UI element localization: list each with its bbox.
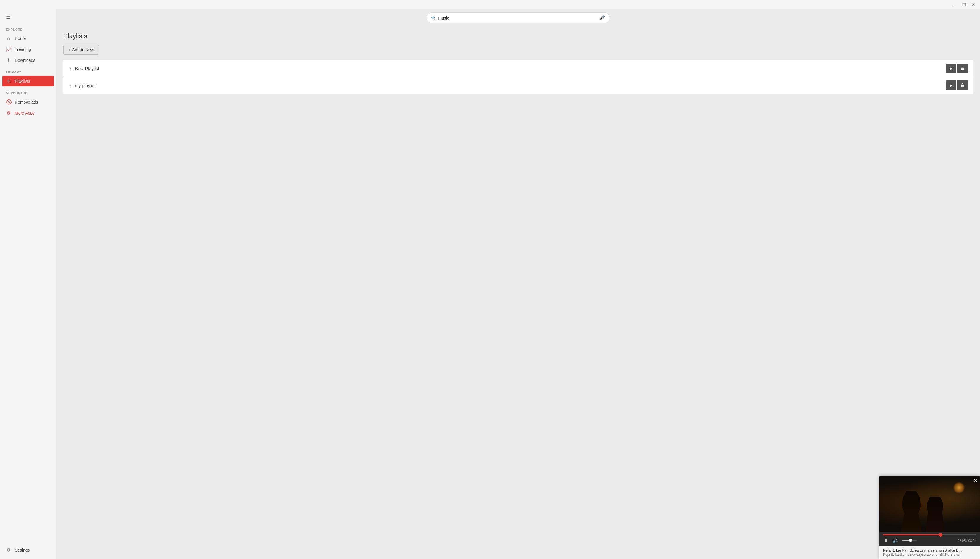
settings-label: Settings bbox=[15, 548, 30, 552]
sidebar-item-playlists[interactable]: ≡ Playlists bbox=[2, 76, 54, 86]
playlist-name-2: my playlist bbox=[75, 83, 946, 88]
minimize-button[interactable]: ─ bbox=[950, 1, 959, 9]
page-content: Playlists + Create New › Best Playlist ▶… bbox=[56, 26, 980, 559]
search-icon: 🔍 bbox=[431, 16, 436, 20]
playlist-actions-1: ▶ 🗑 bbox=[946, 64, 968, 73]
progress-bar[interactable] bbox=[883, 534, 977, 535]
playlist-play-button-2[interactable]: ▶ bbox=[946, 81, 956, 90]
downloads-icon: ⬇ bbox=[6, 58, 11, 63]
video-controls: ⏸ 🔊 02:05 / 03:24 bbox=[879, 533, 980, 546]
remove-ads-icon: 🚫 bbox=[6, 99, 11, 105]
sidebar-top: ☰ bbox=[0, 10, 56, 23]
support-section-label: SUPPORT US bbox=[0, 86, 56, 96]
close-button[interactable]: ✕ bbox=[969, 1, 978, 9]
time-total: 03:24 bbox=[968, 539, 977, 542]
restore-button[interactable]: ❐ bbox=[960, 1, 968, 9]
search-bar-container: 🔍 🎤 bbox=[56, 10, 980, 26]
playlist-play-button-1[interactable]: ▶ bbox=[946, 64, 956, 73]
playlist-name-1: Best Playlist bbox=[75, 66, 946, 71]
sidebar-item-home[interactable]: ⌂ Home bbox=[0, 33, 56, 44]
search-input[interactable] bbox=[438, 16, 596, 20]
progress-dot bbox=[939, 533, 942, 536]
library-section-label: LIBRARY bbox=[0, 66, 56, 76]
play-pause-button[interactable]: ⏸ bbox=[883, 538, 889, 544]
create-new-button[interactable]: + Create New bbox=[63, 45, 99, 55]
main-content: 🔍 🎤 Playlists + Create New › Best Playli… bbox=[56, 10, 980, 559]
playlists-label: Playlists bbox=[15, 79, 30, 83]
warm-light bbox=[953, 482, 965, 494]
volume-button[interactable]: 🔊 bbox=[892, 537, 899, 544]
video-info: Peja ft. kartky - dziewczyna ze snu (Bra… bbox=[879, 546, 980, 559]
playlists-icon: ≡ bbox=[6, 78, 11, 84]
trending-label: Trending bbox=[15, 47, 31, 52]
trending-icon: 📈 bbox=[6, 46, 11, 52]
sidebar: ☰ EXPLORE ⌂ Home 📈 Trending ⬇ Downloads … bbox=[0, 10, 56, 559]
playlist-delete-button-2[interactable]: 🗑 bbox=[957, 81, 968, 90]
video-close-button[interactable]: ✕ bbox=[973, 478, 978, 483]
playlist-row: › Best Playlist ▶ 🗑 bbox=[63, 60, 973, 77]
progress-bar-fill bbox=[883, 534, 941, 535]
volume-dot bbox=[909, 539, 912, 542]
video-thumbnail bbox=[879, 476, 980, 533]
search-bar: 🔍 🎤 bbox=[427, 12, 610, 23]
more-apps-icon: ⚙ bbox=[6, 110, 11, 116]
playlist-actions-2: ▶ 🗑 bbox=[946, 81, 968, 90]
playlist-expand-button-1[interactable]: › bbox=[68, 65, 72, 72]
titlebar: ─ ❐ ✕ bbox=[0, 0, 980, 10]
hamburger-button[interactable]: ☰ bbox=[5, 13, 12, 21]
video-subtitle: Peja ft. kartky - dziewczyna ze snu (Bra… bbox=[883, 552, 977, 557]
explore-section-label: EXPLORE bbox=[0, 23, 56, 33]
page-title: Playlists bbox=[63, 32, 973, 40]
volume-fill bbox=[902, 540, 911, 541]
sidebar-item-more-apps[interactable]: ⚙ More Apps bbox=[0, 108, 56, 118]
sidebar-item-downloads[interactable]: ⬇ Downloads bbox=[0, 55, 56, 66]
time-display: 02:05 / 03:24 bbox=[957, 539, 977, 542]
volume-slider[interactable] bbox=[902, 540, 917, 541]
app-layout: ☰ EXPLORE ⌂ Home 📈 Trending ⬇ Downloads … bbox=[0, 10, 980, 559]
video-title: Peja ft. kartky - dziewczyna ze snu (Bra… bbox=[883, 548, 977, 552]
sidebar-item-settings[interactable]: ⚙ Settings bbox=[0, 544, 56, 556]
remove-ads-label: Remove ads bbox=[15, 100, 38, 104]
sidebar-item-remove-ads[interactable]: 🚫 Remove ads bbox=[0, 96, 56, 108]
playlist-row: › my playlist ▶ 🗑 bbox=[63, 77, 973, 94]
more-apps-label: More Apps bbox=[15, 111, 35, 116]
figure-right bbox=[925, 497, 945, 533]
video-player: ✕ ⏸ 🔊 02:05 / 03:24 Peja ft. kartky - bbox=[879, 476, 980, 559]
controls-row: ⏸ 🔊 02:05 / 03:24 bbox=[883, 537, 977, 544]
downloads-label: Downloads bbox=[15, 58, 35, 63]
playlist-expand-button-2[interactable]: › bbox=[68, 82, 72, 88]
mic-button[interactable]: 🎤 bbox=[599, 15, 605, 21]
time-current: 02:05 bbox=[957, 539, 966, 542]
home-label: Home bbox=[15, 36, 26, 41]
playlist-delete-button-1[interactable]: 🗑 bbox=[957, 64, 968, 73]
home-icon: ⌂ bbox=[6, 36, 11, 41]
sidebar-spacer bbox=[0, 118, 56, 544]
sidebar-item-trending[interactable]: 📈 Trending bbox=[0, 44, 56, 55]
settings-icon: ⚙ bbox=[6, 547, 11, 553]
